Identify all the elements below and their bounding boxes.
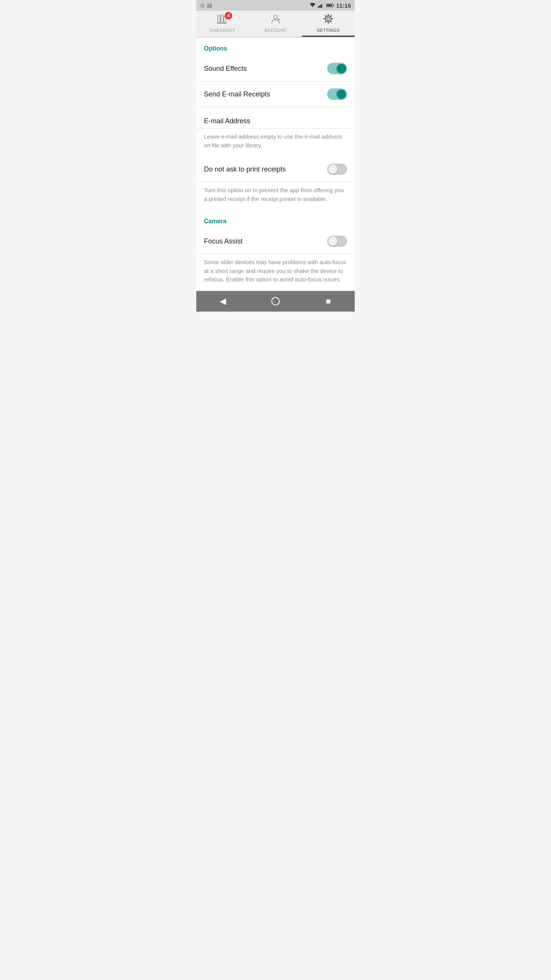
checkout-label: CHECKOUT — [210, 28, 235, 33]
options-header: Options — [196, 38, 355, 56]
svg-rect-3 — [323, 3, 324, 8]
sound-effects-label: Sound Effects — [204, 65, 247, 73]
account-label: ACCOUNT — [264, 28, 287, 33]
email-receipts-thumb — [337, 90, 346, 99]
home-button[interactable] — [266, 294, 285, 309]
time-display: 11:15 — [336, 2, 351, 9]
home-icon — [271, 297, 280, 306]
email-receipts-row: Send E-mail Receipts — [196, 82, 355, 107]
status-bar-right: 11:15 — [309, 2, 351, 9]
back-icon: ◀ — [220, 296, 226, 306]
camera-header: Camera — [196, 210, 355, 229]
no-print-description: Turn this option on to prevent the app f… — [196, 182, 355, 210]
svg-point-11 — [274, 15, 277, 19]
status-bar: ⊙ ▤ 11:15 — [196, 0, 355, 11]
camera-section: Camera Focus Assist Some older devices m… — [196, 210, 355, 291]
recents-icon: ■ — [326, 296, 331, 306]
svg-rect-5 — [333, 5, 334, 6]
options-section: Options Sound Effects Send E-mail Receip… — [196, 38, 355, 210]
email-address-section: E-mail Address — [196, 107, 355, 129]
tab-checkout[interactable]: 4 CHECKOUT — [196, 11, 249, 37]
checkout-icon: 4 — [217, 14, 228, 26]
no-print-receipts-label: Do not ask to print receipts — [204, 165, 286, 173]
sound-effects-thumb — [337, 64, 346, 73]
email-description: Leave e-mail address empty to use the e-… — [196, 129, 355, 157]
account-icon — [270, 14, 281, 26]
checkout-badge: 4 — [225, 12, 232, 20]
wifi-icon — [309, 3, 316, 8]
settings-label: SETTINGS — [317, 28, 339, 33]
sound-effects-toggle[interactable] — [327, 63, 347, 74]
svg-point-16 — [272, 297, 279, 305]
svg-rect-8 — [221, 15, 223, 23]
back-button[interactable]: ◀ — [213, 294, 232, 309]
svg-rect-1 — [320, 5, 321, 8]
sim-icon: ⊙ — [200, 2, 205, 8]
no-print-receipts-toggle[interactable] — [327, 163, 347, 175]
focus-assist-label: Focus Assist — [204, 237, 243, 245]
settings-content: Options Sound Effects Send E-mail Receip… — [196, 38, 355, 291]
svg-rect-6 — [326, 5, 332, 7]
email-address-label: E-mail Address — [204, 110, 347, 128]
no-print-receipts-thumb — [328, 165, 337, 174]
tab-settings[interactable]: SETTINGS — [302, 11, 355, 37]
tab-bar: 4 CHECKOUT ACCOUNT SETTINGS — [196, 11, 355, 38]
sound-effects-row: Sound Effects — [196, 56, 355, 82]
focus-assist-row: Focus Assist — [196, 229, 355, 254]
focus-assist-thumb — [328, 237, 337, 246]
svg-rect-7 — [218, 16, 220, 23]
focus-assist-toggle[interactable] — [327, 235, 347, 247]
focus-assist-description: Some older devices may have problems wit… — [196, 254, 355, 291]
email-receipts-toggle[interactable] — [327, 88, 347, 100]
recents-button[interactable]: ■ — [319, 294, 338, 309]
svg-rect-0 — [318, 6, 319, 8]
tab-account[interactable]: ACCOUNT — [249, 11, 302, 37]
status-bar-left: ⊙ ▤ — [200, 2, 212, 8]
svg-point-15 — [325, 16, 331, 22]
bottom-nav: ◀ ■ — [196, 291, 355, 312]
signal-icon — [318, 3, 324, 8]
battery-icon — [326, 3, 334, 8]
svg-point-14 — [327, 17, 330, 20]
email-receipts-label: Send E-mail Receipts — [204, 90, 270, 98]
memory-icon: ▤ — [207, 2, 212, 8]
settings-icon — [323, 13, 334, 26]
no-print-receipts-row: Do not ask to print receipts — [196, 157, 355, 182]
svg-rect-2 — [321, 4, 322, 8]
